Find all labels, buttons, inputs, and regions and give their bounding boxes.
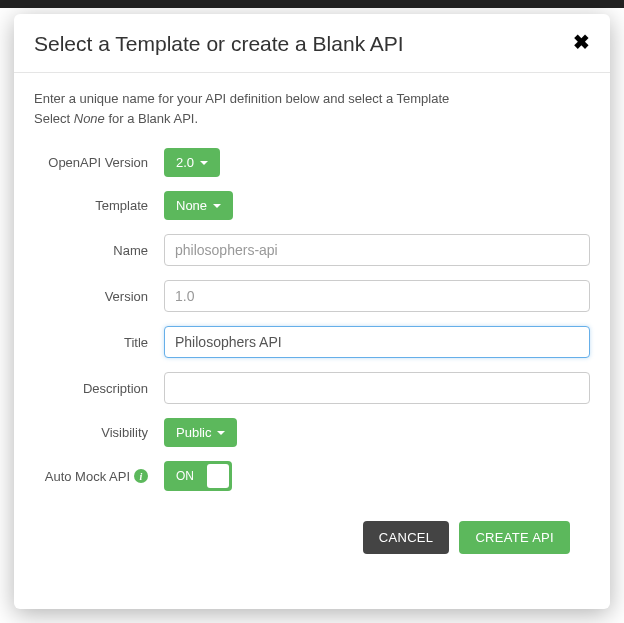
row-title: Title [34, 326, 590, 358]
row-auto-mock: Auto Mock API i ON [34, 461, 590, 491]
control-name [164, 234, 590, 266]
label-name: Name [34, 243, 164, 258]
description-input[interactable] [164, 372, 590, 404]
label-description: Description [34, 381, 164, 396]
caret-down-icon [217, 431, 225, 435]
auto-mock-label-text: Auto Mock API [45, 469, 130, 484]
control-description [164, 372, 590, 404]
intro-suffix: for a Blank API. [105, 111, 198, 126]
modal-body: Enter a unique name for your API definit… [14, 73, 610, 609]
name-input[interactable] [164, 234, 590, 266]
openapi-version-value: 2.0 [176, 155, 194, 170]
cancel-button[interactable]: CANCEL [363, 521, 450, 554]
row-name: Name [34, 234, 590, 266]
intro-em: None [74, 111, 105, 126]
intro-text: Enter a unique name for your API definit… [34, 89, 590, 128]
top-bar [0, 0, 624, 8]
control-openapi-version: 2.0 [164, 148, 590, 177]
template-dropdown[interactable]: None [164, 191, 233, 220]
label-template: Template [34, 198, 164, 213]
close-icon: ✖ [573, 31, 590, 53]
control-auto-mock: ON [164, 461, 590, 491]
intro-line1: Enter a unique name for your API definit… [34, 91, 449, 106]
toggle-label: ON [164, 469, 204, 483]
auto-mock-toggle[interactable]: ON [164, 461, 232, 491]
row-version: Version [34, 280, 590, 312]
close-button[interactable]: ✖ [573, 32, 590, 52]
label-openapi-version: OpenAPI Version [34, 155, 164, 170]
openapi-version-dropdown[interactable]: 2.0 [164, 148, 220, 177]
toggle-handle [207, 464, 229, 488]
modal-header: Select a Template or create a Blank API … [14, 14, 610, 73]
template-value: None [176, 198, 207, 213]
label-version: Version [34, 289, 164, 304]
create-api-button[interactable]: CREATE API [459, 521, 570, 554]
label-visibility: Visibility [34, 425, 164, 440]
modal-title: Select a Template or create a Blank API [34, 32, 404, 56]
create-api-modal: Select a Template or create a Blank API … [14, 14, 610, 609]
visibility-dropdown[interactable]: Public [164, 418, 237, 447]
version-input[interactable] [164, 280, 590, 312]
row-visibility: Visibility Public [34, 418, 590, 447]
modal-footer: CANCEL CREATE API [34, 505, 590, 570]
label-auto-mock: Auto Mock API i [34, 469, 164, 484]
label-title: Title [34, 335, 164, 350]
control-version [164, 280, 590, 312]
caret-down-icon [200, 161, 208, 165]
control-title [164, 326, 590, 358]
row-template: Template None [34, 191, 590, 220]
intro-prefix: Select [34, 111, 74, 126]
control-template: None [164, 191, 590, 220]
title-input[interactable] [164, 326, 590, 358]
info-icon[interactable]: i [134, 469, 148, 483]
row-description: Description [34, 372, 590, 404]
caret-down-icon [213, 204, 221, 208]
visibility-value: Public [176, 425, 211, 440]
row-openapi-version: OpenAPI Version 2.0 [34, 148, 590, 177]
control-visibility: Public [164, 418, 590, 447]
